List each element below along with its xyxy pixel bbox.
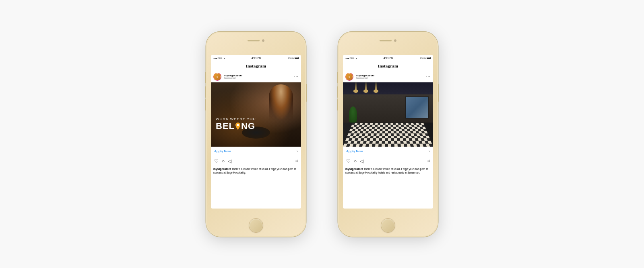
lobby-floor-2 (343, 123, 433, 146)
bookmark-icon-1[interactable]: ⌗ (295, 158, 298, 164)
sage-logo-2: S (346, 74, 353, 80)
ig-title-2: Instagram (378, 63, 398, 68)
pendant-light-3 (375, 82, 377, 90)
wifi-icon-2: ▲ (355, 57, 357, 59)
post-image-2 (343, 82, 433, 147)
ig-header-2: Instagram (343, 61, 433, 71)
phone-camera-1 (262, 39, 264, 42)
lobby-windows-2 (405, 96, 429, 119)
phone-1: ●●● BELL ▲ 4:21 PM 100% Instagram S (206, 32, 306, 237)
apply-bar-1[interactable]: Apply Now › (211, 147, 301, 156)
chef-overlay-text-1: WORK WHERE YOU BEL NG (216, 117, 256, 131)
post-username-2[interactable]: mysagecareer (356, 74, 424, 77)
caption-1: mysagecareer There's a leader inside of … (211, 166, 301, 177)
wifi-icon-1: ▲ (223, 57, 225, 59)
phone-home-button-1[interactable] (249, 218, 263, 233)
apply-chevron-icon-2: › (429, 149, 430, 153)
lobby-plant-2 (349, 106, 357, 123)
status-right-1: 100% (288, 57, 299, 59)
action-bar-2: ♡ ○ ◁ ⌗ (343, 156, 433, 166)
post-header-1: S mysagecareer Sponsored ··· (211, 71, 301, 82)
caption-2: mysagecareer There's a leader inside of … (343, 166, 433, 177)
battery-icon-1 (295, 57, 299, 59)
action-bar-1: ♡ ○ ◁ ⌗ (211, 156, 301, 166)
lobby-bg-2 (343, 82, 433, 147)
phone-camera-2 (394, 39, 396, 42)
phone-2: ●●● BELL ▲ 4:21 PM 100% Instagram S (338, 32, 438, 237)
phone-speaker-2 (380, 40, 392, 41)
status-time-2: 4:21 PM (384, 57, 394, 59)
caption-username-2[interactable]: mysagecareer (345, 168, 363, 170)
post-menu-2[interactable]: ··· (426, 74, 431, 79)
battery-fill-2 (427, 58, 429, 59)
belong-o-1 (235, 123, 241, 130)
phone-speaker-1 (248, 40, 260, 41)
post-header-2: S mysagecareer Sponsored ··· (343, 71, 433, 82)
location-pin-icon-1 (235, 123, 241, 130)
comment-icon-2[interactable]: ○ (354, 158, 357, 164)
status-left-2: ●●● BELL ▲ (345, 57, 357, 59)
share-icon-1[interactable]: ◁ (228, 158, 231, 164)
post-sponsored-1: Sponsored (224, 77, 292, 79)
battery-icon-2 (427, 57, 431, 59)
apply-link-1[interactable]: Apply Now (214, 149, 297, 153)
avatar-inner-2: S (346, 73, 353, 80)
status-time-1: 4:21 PM (252, 57, 262, 59)
bookmark-icon-2[interactable]: ⌗ (427, 158, 430, 164)
pendant-light-2 (365, 82, 367, 90)
pendant-light-1 (355, 82, 357, 90)
status-bar-1: ●●● BELL ▲ 4:21 PM 100% (211, 55, 301, 61)
headline-line2-1: BEL NG (216, 122, 256, 131)
heart-icon-2[interactable]: ♡ (346, 158, 351, 164)
post-menu-1[interactable]: ··· (294, 74, 299, 79)
avatar-1: S (213, 73, 221, 81)
sage-logo-1: S (214, 74, 221, 80)
battery-pct-1: 100% (288, 57, 294, 59)
person-element-1 (269, 84, 293, 121)
post-username-1[interactable]: mysagecareer (224, 74, 292, 77)
post-sponsored-2: Sponsored (356, 77, 424, 79)
heart-icon-1[interactable]: ♡ (214, 158, 219, 164)
apply-link-2[interactable]: Apply Now (346, 149, 429, 153)
caption-username-1[interactable]: mysagecareer (213, 168, 231, 170)
battery-pct-2: 100% (420, 57, 426, 59)
post-user-info-1: mysagecareer Sponsored (224, 74, 292, 79)
ig-title-1: Instagram (246, 63, 266, 68)
avatar-inner-1: S (214, 73, 221, 80)
post-image-1: WORK WHERE YOU BEL NG (211, 82, 301, 147)
phone-screen-2: ●●● BELL ▲ 4:21 PM 100% Instagram S (343, 55, 433, 209)
comment-icon-1[interactable]: ○ (222, 158, 225, 164)
apply-chevron-icon-1: › (297, 149, 298, 153)
status-right-2: 100% (420, 57, 431, 59)
phone-top-2 (376, 39, 400, 42)
battery-fill-1 (295, 58, 297, 59)
status-left-1: ●●● BELL ▲ (213, 57, 225, 59)
avatar-2: S (345, 73, 353, 81)
belong-after-1: NG (241, 122, 255, 131)
ig-header-1: Instagram (211, 61, 301, 71)
status-bar-2: ●●● BELL ▲ 4:21 PM 100% (343, 55, 433, 61)
signal-text-1: ●●● BELL (213, 57, 223, 59)
apply-bar-2[interactable]: Apply Now › (343, 147, 433, 156)
phone-screen-1: ●●● BELL ▲ 4:21 PM 100% Instagram S (211, 55, 301, 209)
post-user-info-2: mysagecareer Sponsored (356, 74, 424, 79)
phone-home-button-2[interactable] (381, 218, 395, 233)
signal-text-2: ●●● BELL (345, 57, 355, 59)
svg-point-0 (237, 124, 239, 126)
share-icon-2[interactable]: ◁ (360, 158, 363, 164)
phone-top-1 (244, 39, 268, 42)
belong-before-1: BEL (216, 122, 235, 131)
